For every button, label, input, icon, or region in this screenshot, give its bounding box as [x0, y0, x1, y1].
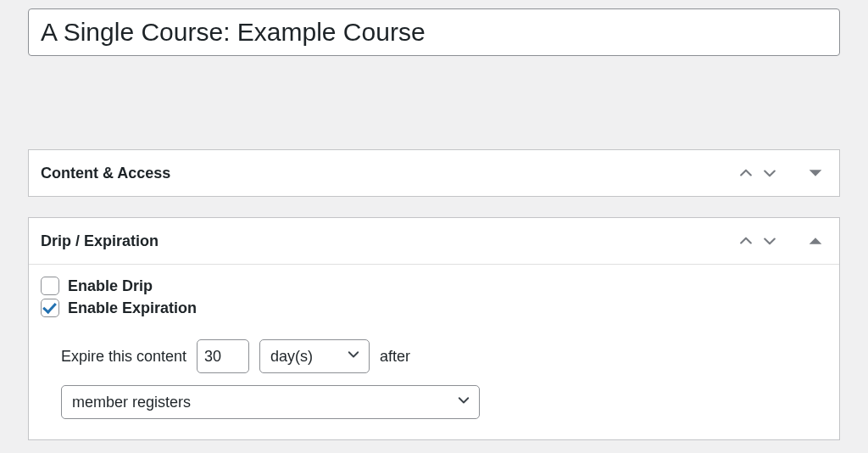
- expiration-controls: Expire this content day(s) after: [61, 339, 827, 373]
- move-up-icon[interactable]: [734, 229, 758, 253]
- toggle-panel-icon[interactable]: [804, 229, 827, 253]
- toggle-panel-icon[interactable]: [804, 161, 827, 185]
- metabox-controls: [734, 161, 827, 185]
- metabox-drip-expiration: Drip / Expiration Enable Drip: [28, 217, 840, 440]
- enable-drip-checkbox[interactable]: [41, 277, 59, 295]
- enable-expiration-row[interactable]: Enable Expiration: [41, 299, 827, 317]
- enable-drip-label: Enable Drip: [68, 277, 153, 295]
- unit-select[interactable]: day(s): [259, 339, 370, 373]
- expiration-trigger-row: member registers: [61, 385, 827, 419]
- enable-expiration-label: Enable Expiration: [68, 299, 197, 317]
- metabox-title: Content & Access: [41, 165, 170, 182]
- move-down-icon[interactable]: [758, 229, 782, 253]
- metabox-body: Enable Drip Enable Expiration Expire thi…: [29, 264, 839, 439]
- after-label: after: [380, 348, 410, 366]
- move-up-icon[interactable]: [734, 161, 758, 185]
- post-title-input[interactable]: [28, 8, 840, 56]
- enable-drip-row[interactable]: Enable Drip: [41, 277, 827, 295]
- move-down-icon[interactable]: [758, 161, 782, 185]
- metabox-header[interactable]: Content & Access: [29, 150, 839, 196]
- enable-expiration-checkbox[interactable]: [41, 299, 59, 317]
- metabox-controls: [734, 229, 827, 253]
- trigger-select[interactable]: member registers: [61, 385, 480, 419]
- expire-label: Expire this content: [61, 348, 186, 366]
- duration-input[interactable]: [197, 339, 249, 373]
- metabox-title: Drip / Expiration: [41, 232, 159, 250]
- metabox-content-access: Content & Access: [28, 149, 840, 197]
- metabox-header[interactable]: Drip / Expiration: [29, 218, 839, 264]
